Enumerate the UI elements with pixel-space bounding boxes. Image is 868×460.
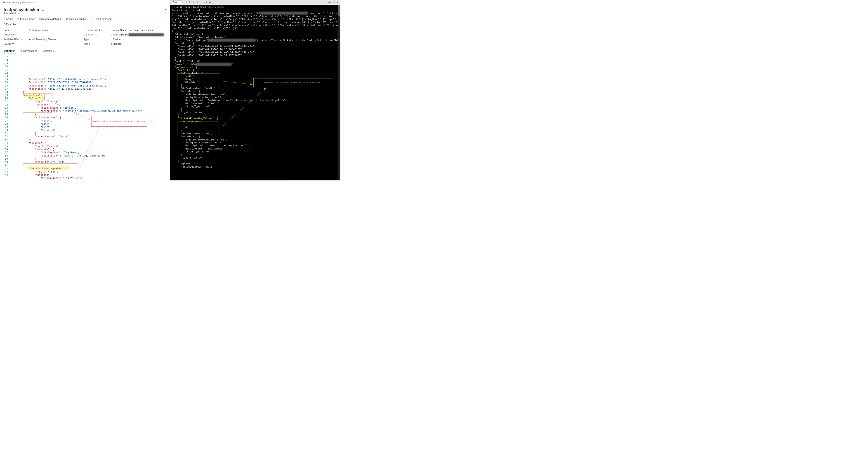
code-area[interactable]: Parameter values before running the az p… (10, 55, 170, 180)
export-icon: ⤓ (91, 18, 93, 21)
value-category: :-- (28, 42, 83, 45)
breadcrumb-definitions[interactable]: Definitions (22, 1, 34, 4)
breadcrumb-policy[interactable]: Policy (12, 1, 19, 4)
tabs: Definition Assignments (0) Parameters (0, 48, 170, 54)
label-definition-location: Definition location (84, 29, 110, 32)
assign-icon: ⎘ (4, 18, 5, 20)
shell-selector[interactable]: Bash (172, 0, 183, 4)
page-title: testpolicychecker (4, 7, 39, 12)
annotation-box-effect-allowed (177, 73, 219, 90)
value-type: :Custom (111, 38, 166, 41)
line-number-gutter: 7891011121314151617181920212223242526272… (0, 55, 10, 180)
policy-definition-panel: Home› Policy | Definitions› testpolicych… (0, 0, 170, 180)
delete-definition-button[interactable]: 🗑Delete definition (66, 18, 87, 20)
duplicate-icon: ⧉ (39, 18, 40, 21)
value-definition-id: :/subscriptions/████████████████████ (111, 33, 166, 36)
essentials-grid: Name :testpolicychecker Definition locat… (0, 27, 170, 48)
breadcrumb: Home› Policy | Definitions› (0, 0, 170, 5)
new-session-icon[interactable]: ⧉ (201, 1, 202, 4)
value-description: :-- (28, 33, 83, 36)
minimize-icon[interactable]: — (329, 1, 331, 4)
scrollbar-thumb[interactable] (338, 5, 340, 16)
tab-parameters[interactable]: Parameters (41, 48, 55, 54)
label-available-effects: Available Effects (4, 38, 27, 41)
braces-icon[interactable]: { } (205, 1, 207, 4)
essentials-toggle[interactable]: ⌃ Essentials (0, 22, 170, 27)
label-definition-id: Definition ID (84, 33, 110, 36)
value-definition-location: :Visual Studio Enterprise Subscription (111, 29, 166, 32)
label-name: Name (4, 29, 27, 32)
export-definition-button[interactable]: ⤓Export definition (91, 18, 112, 21)
edit-icon: ✎ (17, 18, 19, 21)
breadcrumb-home[interactable]: Home (3, 1, 10, 4)
annotation-box-allowed-values-1 (23, 93, 52, 112)
edit-definition-button[interactable]: ✎Edit definition (17, 18, 35, 21)
label-mode: Mode (84, 42, 110, 45)
help-icon[interactable]: ? (189, 1, 191, 4)
restart-icon[interactable]: ⟳ (185, 1, 187, 4)
json-editor[interactable]: 7891011121314151617181920212223242526272… (0, 54, 170, 180)
value-available-effects: :Audit, Deny, list, Disabled (28, 38, 83, 41)
page-subtitle: Policy definition (0, 12, 170, 17)
duplicate-definition-button[interactable]: ⧉Duplicate definition (39, 18, 62, 21)
assign-button[interactable]: ⎘Assign (4, 18, 13, 20)
annotation-box-allowed-values-2 (23, 163, 78, 176)
tab-definition[interactable]: Definition (4, 48, 16, 54)
settings-icon[interactable]: ⚙ (193, 1, 195, 4)
label-description: Description (4, 33, 27, 36)
close-panel-button[interactable]: × (164, 8, 166, 12)
delete-icon: 🗑 (66, 18, 68, 20)
value-mode: :Indexed (111, 42, 166, 45)
annotation-callout-after: Parameters values are changed to these p… (253, 78, 333, 87)
terminal-output[interactable]: Requesting a Cloud Shell.Succeeded.Conne… (170, 5, 340, 180)
close-terminal-icon[interactable]: ✕ (337, 1, 339, 4)
cloud-shell-panel: Bash ⟳ ? ⚙ ⇪ ⧉ { } 🗎 — ◻ ✕ Requesting a … (170, 0, 340, 180)
upload-icon[interactable]: ⇪ (197, 1, 199, 4)
annotation-box-list-allowed (177, 122, 219, 135)
chevron-up-icon: ⌃ (4, 23, 5, 26)
label-category: Category (4, 42, 27, 45)
terminal-scrollbar[interactable] (338, 5, 340, 180)
redacted-text: ████████████████████ (129, 33, 164, 36)
terminal-toolbar: Bash ⟳ ? ⚙ ⇪ ⧉ { } 🗎 — ◻ ✕ (170, 0, 340, 5)
value-name: :testpolicychecker (28, 29, 83, 32)
annotation-callout-before: Parameter values before running the az p… (91, 116, 147, 127)
editor-icon[interactable]: 🗎 (209, 1, 211, 4)
label-type: Type (84, 38, 110, 41)
maximize-icon[interactable]: ◻ (333, 1, 335, 4)
more-actions-button[interactable]: … (41, 8, 44, 11)
toolbar: ⎘Assign ✎Edit definition ⧉Duplicate defi… (0, 17, 170, 22)
tab-assignments[interactable]: Assignments (0) (19, 48, 38, 54)
